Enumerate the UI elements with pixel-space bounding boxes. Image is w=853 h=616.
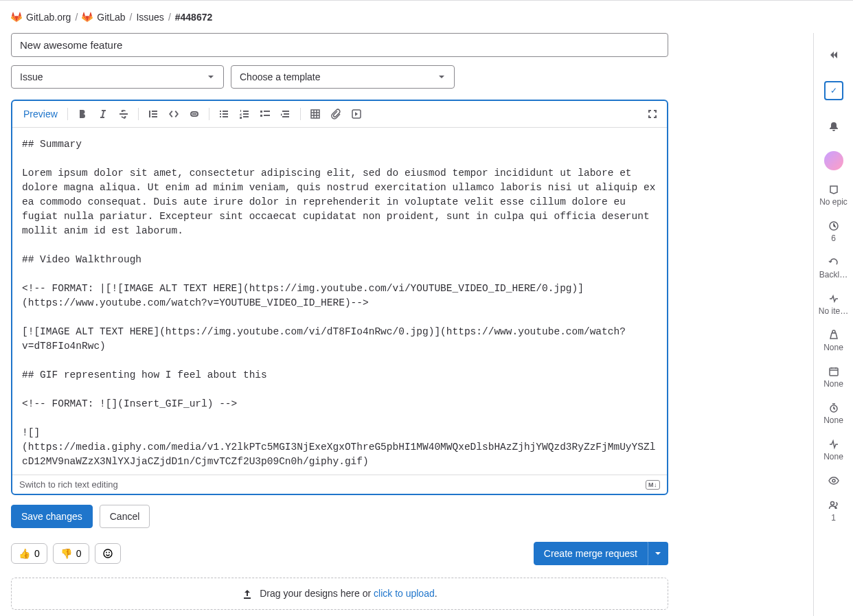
svg-rect-5 [830,368,838,376]
calendar-icon [828,366,839,377]
italic-button[interactable] [94,105,112,123]
thumbs-up-count: 0 [34,548,40,559]
thumbs-down-emoji: 👎 [60,548,72,559]
bell-icon [828,121,839,132]
activity-item[interactable]: None [814,439,853,461]
link-button[interactable] [185,105,203,123]
breadcrumb: GitLab.org / GitLab / Issues / #448672 [0,0,853,33]
add-reaction-button[interactable] [95,543,121,564]
thumbs-up-emoji: 👍 [19,548,30,559]
preview-button[interactable]: Preview [19,106,62,122]
issue-type-value: Issue [20,71,43,82]
assignee-avatar[interactable] [824,151,843,170]
design-dropzone[interactable]: Drag your designs here or click to uploa… [11,578,668,610]
confidential-item[interactable] [814,475,853,486]
milestone-value: 6 [831,233,836,243]
switch-editor-link[interactable]: Switch to rich text editing [19,479,118,490]
todo-button[interactable]: ✓ [823,80,845,102]
time-tracking-item[interactable]: None [814,402,853,425]
strikethrough-button[interactable] [115,105,133,123]
svg-point-1 [104,549,112,558]
template-select[interactable]: Choose a template [231,65,455,89]
breadcrumb-issue-id: #448672 [175,12,213,23]
dropzone-suffix: . [435,588,437,599]
iteration-icon [828,257,839,268]
timer-icon [828,402,839,413]
attachment-button[interactable] [327,105,345,123]
issue-type-select[interactable]: Issue [11,65,224,89]
iteration-item[interactable]: Backl… [814,257,853,280]
bold-button[interactable] [73,105,91,123]
eye-icon [828,475,839,486]
fullscreen-button[interactable] [644,105,661,123]
chevron-down-icon [652,548,663,559]
chevrons-left-icon [828,49,839,60]
breadcrumb-project[interactable]: GitLab [97,12,125,23]
gitlab-logo-icon [11,12,22,23]
svg-point-2 [106,552,107,554]
collapsible-button[interactable] [277,105,295,123]
users-icon [828,500,839,511]
markdown-textarea[interactable] [12,128,667,472]
code-button[interactable] [165,105,183,123]
dropzone-link[interactable]: click to upload [374,588,435,599]
create-merge-request-button[interactable]: Create merge request [534,542,648,565]
activity-icon [828,439,839,450]
weight-icon [828,330,839,341]
chevron-down-icon [436,71,447,82]
markdown-help-icon[interactable]: M↓ [646,480,660,490]
breadcrumb-section[interactable]: Issues [136,12,163,23]
notifications-button[interactable] [823,115,845,137]
weight-value: None [823,343,843,352]
epic-icon [828,184,839,195]
iteration-value: Backl… [819,270,848,280]
svg-point-3 [109,552,110,554]
svg-point-8 [830,502,834,505]
numbered-list-button[interactable] [236,105,253,123]
chevron-down-icon [205,71,216,82]
time-tracking-value: None [823,415,843,425]
health-item[interactable]: No ite… [814,293,853,316]
dropzone-text: Drag your designs here or [260,588,374,599]
quick-action-button[interactable] [348,105,365,123]
quote-button[interactable] [144,105,162,123]
thumbs-up-button[interactable]: 👍 0 [11,543,47,564]
health-icon [828,293,839,304]
template-value: Choose a template [240,71,321,82]
weight-item[interactable]: None [814,330,853,352]
activity-value: None [823,452,843,461]
thumbs-down-count: 0 [76,548,82,559]
milestone-item[interactable]: 6 [814,220,853,243]
task-list-button[interactable] [256,105,274,123]
editor-toolbar: Preview [12,101,667,128]
epic-value: No epic [819,197,848,207]
issue-title-input[interactable] [11,33,668,57]
participants-item[interactable]: 1 [814,500,853,523]
health-value: No ite… [819,306,848,316]
participants-value: 1 [831,513,836,523]
sidebar: ✓ No epic 6 Backl… No ite… None No [813,33,853,616]
save-button[interactable]: Save changes [11,505,93,528]
svg-point-7 [832,479,835,482]
bullet-list-button[interactable] [215,105,233,123]
due-date-value: None [823,379,843,389]
table-button[interactable] [306,105,324,123]
epic-item[interactable]: No epic [814,184,853,207]
clock-icon [828,220,839,231]
cancel-button[interactable]: Cancel [100,505,150,528]
gitlab-logo-icon [82,12,93,23]
breadcrumb-org[interactable]: GitLab.org [26,12,71,23]
upload-icon [242,589,253,600]
smile-icon [102,548,113,559]
collapse-sidebar-button[interactable] [823,44,845,66]
thumbs-down-button[interactable]: 👎 0 [53,543,89,564]
create-merge-request-dropdown[interactable] [648,542,668,565]
markdown-editor: Preview [11,100,668,495]
due-date-item[interactable]: None [814,366,853,389]
